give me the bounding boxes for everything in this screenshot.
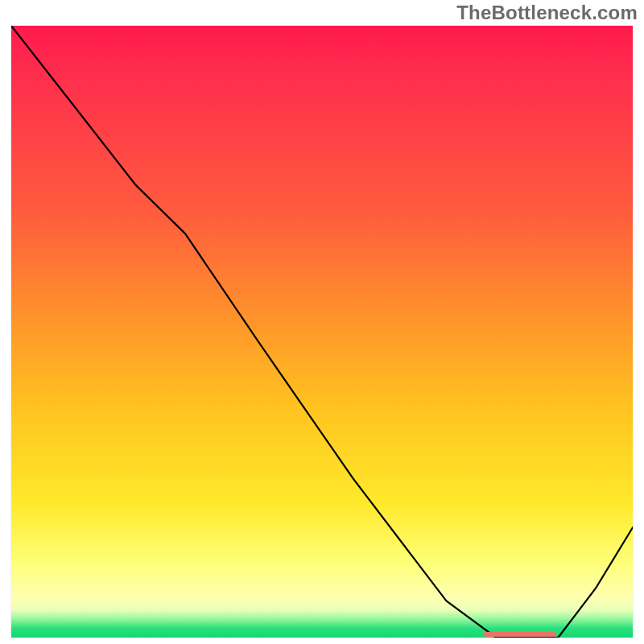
gradient-plot-area <box>11 26 633 638</box>
chart-stage: TheBottleneck.com <box>0 0 644 644</box>
watermark-text: TheBottleneck.com <box>456 2 638 24</box>
valley-marker <box>484 632 556 637</box>
